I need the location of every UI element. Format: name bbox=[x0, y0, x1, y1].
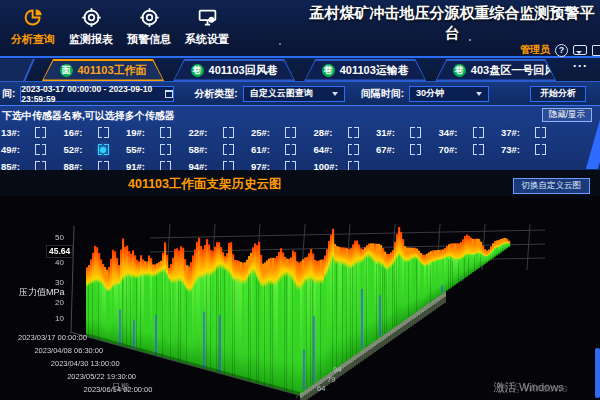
date-tick: 2023/03/17 00:00:00 bbox=[18, 333, 87, 342]
z-tick: 10 bbox=[38, 314, 64, 323]
tab-badge: 巷 bbox=[453, 64, 466, 77]
monitor-gear-icon bbox=[197, 7, 218, 30]
z-axis-label: 压力值MPa bbox=[19, 286, 65, 299]
sensor-label: 91#: bbox=[126, 161, 151, 170]
more-tabs-button[interactable]: ··· bbox=[573, 59, 588, 73]
sensor-checkbox-91[interactable] bbox=[160, 161, 171, 170]
sensor-label: 13#: bbox=[1, 127, 26, 138]
sensor-checkbox-25[interactable] bbox=[285, 127, 296, 138]
date-tick: 2023/05/22 19:30:00 bbox=[67, 372, 136, 381]
sensor-cell: 28#: bbox=[314, 127, 377, 138]
sensor-cell: 58#: bbox=[189, 144, 252, 155]
chevron-down-icon bbox=[476, 92, 482, 96]
windows-watermark: 激活 Windows bbox=[494, 380, 564, 395]
switch-cloudmap-button[interactable]: 切换自定义云图 bbox=[513, 178, 591, 194]
analysis-type-select[interactable]: 自定义云图查询 bbox=[243, 86, 345, 102]
sensor-cell: 52#: bbox=[64, 144, 127, 155]
tab-badge: 面 bbox=[60, 64, 73, 77]
sensor-cell: 67#: bbox=[376, 144, 439, 155]
sensor-cell: 34#: bbox=[439, 127, 502, 138]
tab-label: 401103运输巷 bbox=[340, 63, 409, 78]
sensor-checkbox-61[interactable] bbox=[285, 144, 296, 155]
chart-plot-area: 5040302010 45.64 压力值MPa 日期 2023/03/17 00… bbox=[0, 196, 600, 400]
user-row: 管理员 ? bbox=[520, 43, 600, 57]
sensor-cell: 13#: bbox=[1, 127, 64, 138]
sensor-checkbox-88[interactable] bbox=[98, 161, 109, 170]
sensor-cell: 91#: bbox=[126, 161, 189, 170]
time-label: 间: bbox=[2, 87, 15, 101]
sensor-checkbox-85[interactable] bbox=[35, 161, 46, 170]
analysis-type-value: 自定义云图查询 bbox=[250, 87, 313, 100]
screen-icon[interactable] bbox=[592, 45, 600, 56]
date-tick: 2023/04/30 13:00:00 bbox=[51, 359, 120, 368]
interval-select[interactable]: 30分钟 bbox=[409, 86, 489, 102]
sensor-checkbox-28[interactable] bbox=[348, 127, 359, 138]
sensor-hint: 下选中传感器名称,可以选择多个传感器 bbox=[2, 109, 175, 123]
sensor-cell: 55#: bbox=[126, 144, 189, 155]
sensor-tick: 94 bbox=[333, 365, 341, 374]
sensor-cell: 25#: bbox=[251, 127, 314, 138]
sensor-label: 55#: bbox=[126, 144, 151, 155]
sensor-checkbox-13[interactable] bbox=[35, 127, 46, 138]
nav-item-2[interactable]: 预警信息 bbox=[120, 7, 178, 47]
sensor-label: 37#: bbox=[501, 127, 526, 138]
scrollbar-fragment[interactable] bbox=[595, 348, 600, 398]
interval-value: 30分钟 bbox=[416, 87, 444, 100]
tab-2[interactable]: 巷401103运输巷 bbox=[304, 59, 426, 81]
calendar-icon bbox=[165, 90, 173, 98]
sensor-label: 58#: bbox=[189, 144, 214, 155]
sensor-checkbox-70[interactable] bbox=[473, 144, 484, 155]
tabbar-decoration bbox=[0, 59, 35, 81]
nav-item-0[interactable]: 分析查询 bbox=[4, 7, 62, 47]
date-range-input[interactable]: 2023-03-17 00:00:00 - 2023-09-10 23:59:5… bbox=[20, 86, 174, 102]
sensor-checkbox-16[interactable] bbox=[98, 127, 109, 138]
sensor-label: 73#: bbox=[501, 144, 526, 155]
sensor-checkbox-49[interactable] bbox=[35, 144, 46, 155]
sensor-checkbox-19[interactable] bbox=[160, 127, 171, 138]
sensor-checkbox-31[interactable] bbox=[410, 127, 421, 138]
nav-label: 监测报表 bbox=[69, 32, 113, 47]
sensor-grid: 13#:16#:19#:22#:25#:28#:31#:34#:37#:49#:… bbox=[1, 125, 600, 170]
sensor-checkbox-64[interactable] bbox=[348, 144, 359, 155]
tab-0[interactable]: 面401103工作面 bbox=[42, 59, 164, 81]
sensor-checkbox-67[interactable] bbox=[410, 144, 421, 155]
sensor-checkbox-97[interactable] bbox=[285, 161, 296, 170]
tab-badge: 巷 bbox=[322, 64, 335, 77]
target-icon bbox=[139, 7, 160, 30]
interval-label: 间隔时间: bbox=[361, 87, 404, 101]
sensor-label: 100#: bbox=[314, 161, 339, 170]
sensor-checkbox-34[interactable] bbox=[473, 127, 484, 138]
target-icon bbox=[81, 7, 102, 30]
sensor-checkbox-52[interactable] bbox=[98, 144, 109, 155]
sensor-label: 85#: bbox=[1, 161, 26, 170]
sensor-checkbox-94[interactable] bbox=[223, 161, 234, 170]
sensor-cell: 85#: bbox=[1, 161, 64, 170]
sensor-checkbox-58[interactable] bbox=[223, 144, 234, 155]
sensor-checkbox-73[interactable] bbox=[535, 144, 546, 155]
sensor-label: 94#: bbox=[189, 161, 214, 170]
sensor-label: 67#: bbox=[376, 144, 401, 155]
nav-item-3[interactable]: 系统设置 bbox=[178, 7, 236, 47]
chevron-down-icon bbox=[332, 92, 338, 96]
sensor-checkbox-37[interactable] bbox=[535, 127, 546, 138]
user-name: 管理员 bbox=[520, 43, 550, 57]
sensor-label: 25#: bbox=[251, 127, 276, 138]
message-icon[interactable] bbox=[573, 45, 587, 55]
sensor-checkbox-55[interactable] bbox=[160, 144, 171, 155]
nav-item-1[interactable]: 监测报表 bbox=[62, 7, 120, 47]
help-icon[interactable]: ? bbox=[555, 44, 568, 57]
tab-1[interactable]: 巷401103回风巷 bbox=[173, 59, 295, 81]
filter-bar: 间: 2023-03-17 00:00:00 - 2023-09-10 23:5… bbox=[0, 82, 600, 105]
nav-label: 系统设置 bbox=[185, 32, 229, 47]
start-analysis-button[interactable]: 开始分析 bbox=[530, 86, 586, 102]
peak-value-label: 45.64 bbox=[46, 245, 73, 258]
sensor-checkbox-100[interactable] bbox=[348, 161, 359, 170]
sensor-cell: 31#: bbox=[376, 127, 439, 138]
main-nav: 分析查询监测报表预警信息系统设置 bbox=[4, 7, 236, 47]
tab-3[interactable]: 巷403盘区一号回风 bbox=[435, 59, 556, 81]
sensor-checkbox-22[interactable] bbox=[223, 127, 234, 138]
hide-show-button[interactable]: 隐藏/显示 bbox=[542, 108, 592, 122]
sensor-cell: 88#: bbox=[64, 161, 127, 170]
sensor-label: 64#: bbox=[314, 144, 339, 155]
surface-3d-canvas[interactable] bbox=[0, 196, 600, 400]
